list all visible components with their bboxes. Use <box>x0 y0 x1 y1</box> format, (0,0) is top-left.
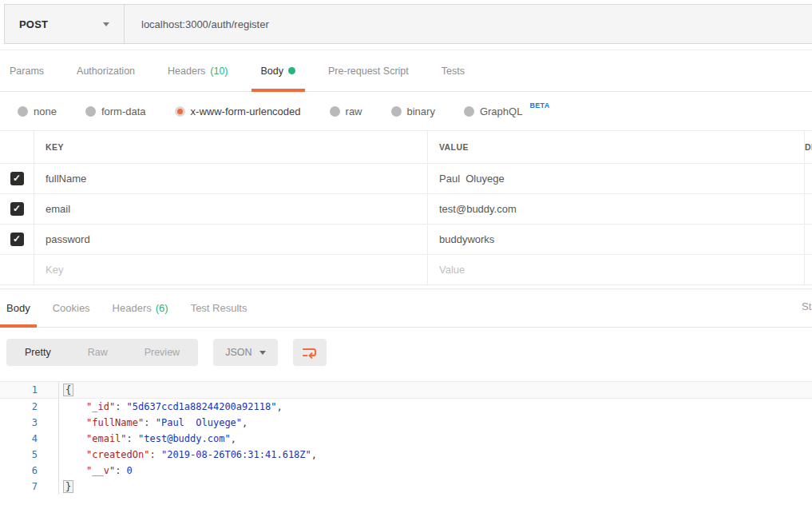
code-line: 4 "email": "test@buddy.com", <box>0 431 812 447</box>
description-column-header-clipped: DESCRIPTION <box>805 142 812 152</box>
row-checkbox[interactable] <box>10 172 24 185</box>
chevron-down-icon <box>259 351 266 355</box>
request-tabs: Params Authorization Headers (10) Body P… <box>0 50 812 92</box>
code-line: 3 "fullName": "Paul Oluyege", <box>0 415 812 431</box>
line-number: 6 <box>0 463 59 479</box>
code-line: 7 } <box>0 479 812 495</box>
beta-badge: BETA <box>529 101 549 109</box>
new-key-input[interactable]: Key <box>34 255 428 284</box>
url-input[interactable]: localhost:3000/auth/register <box>125 5 812 43</box>
tab-label: Body <box>6 302 30 314</box>
line-number: 2 <box>0 399 59 415</box>
tab-label: Params <box>10 66 44 77</box>
line-number: 4 <box>0 431 59 447</box>
empty-select-cell <box>0 255 34 284</box>
select-column-header <box>0 131 34 163</box>
radio-icon <box>18 106 28 117</box>
tab-label: Cookies <box>53 302 90 314</box>
response-status-clipped: Status <box>802 300 812 312</box>
table-header-row: KEY VALUE DESCRIPTION <box>0 131 812 164</box>
headers-count-badge: (10) <box>210 66 228 77</box>
postman-window: POST localhost:3000/auth/register Params… <box>0 0 812 509</box>
tab-label: Headers <box>113 302 152 314</box>
row-checkbox[interactable] <box>10 202 24 216</box>
value-column-header: VALUE <box>439 142 469 152</box>
urlencoded-params-table: KEY VALUE DESCRIPTION fullName Paul Oluy… <box>0 131 812 285</box>
body-mode-raw[interactable]: raw <box>330 105 362 117</box>
tab-label: Authorization <box>77 66 135 77</box>
radio-icon <box>464 106 474 117</box>
body-mode-binary[interactable]: binary <box>391 105 435 117</box>
method-label: POST <box>19 18 48 30</box>
method-dropdown[interactable]: POST <box>5 5 125 43</box>
body-mode-x-www-form-urlencoded[interactable]: x-www-form-urlencoded <box>175 105 301 117</box>
tab-label: Body <box>261 66 284 77</box>
key-cell[interactable]: password <box>34 225 428 254</box>
description-cell[interactable] <box>805 194 812 224</box>
response-headers-count-badge: (6) <box>156 302 168 314</box>
response-body-viewer: 1 { 2 "_id": "5d637ccd1a88244200a92118",… <box>0 377 812 495</box>
line-number: 5 <box>0 447 59 463</box>
table-row: password buddyworks <box>0 225 812 255</box>
value-cell[interactable]: test@buddy.com <box>428 194 805 224</box>
description-cell[interactable] <box>805 164 812 193</box>
row-checkbox[interactable] <box>10 233 24 246</box>
wrap-text-button[interactable] <box>293 339 327 366</box>
tab-label: Test Results <box>191 302 248 314</box>
code-line: 5 "createdOn": "2019-08-26T06:31:41.618Z… <box>0 447 812 463</box>
response-tabs: Body Cookies Headers (6) Test Results St… <box>0 288 812 328</box>
tab-label: Pre-request Script <box>328 66 409 77</box>
body-mode-none[interactable]: none <box>18 105 57 117</box>
radio-icon <box>85 106 96 117</box>
table-row: email test@buddy.com <box>0 194 812 225</box>
view-preview-button[interactable]: Preview <box>126 339 198 366</box>
tab-pre-request-script[interactable]: Pre-request Script <box>319 50 418 91</box>
table-new-row: Key Value <box>0 255 812 285</box>
radio-icon <box>330 106 340 117</box>
table-row: fullName Paul Oluyege <box>0 164 812 194</box>
tab-params[interactable]: Params <box>0 50 53 91</box>
radio-selected-icon <box>175 106 185 117</box>
body-type-selector: none form-data x-www-form-urlencoded raw… <box>0 92 812 131</box>
request-url-row: POST localhost:3000/auth/register <box>0 0 812 50</box>
chevron-down-icon <box>103 22 109 26</box>
line-number: 1 <box>0 382 59 398</box>
view-mode-switcher: Pretty Raw Preview <box>6 339 198 366</box>
response-tab-body[interactable]: Body <box>0 289 37 327</box>
code-line: 1 { <box>0 381 812 399</box>
language-dropdown[interactable]: JSON <box>213 339 278 366</box>
line-number: 3 <box>0 415 59 431</box>
response-tab-headers[interactable]: Headers (6) <box>106 289 175 327</box>
active-tab-underline <box>252 89 306 92</box>
response-tab-cookies[interactable]: Cookies <box>46 289 97 327</box>
description-cell <box>805 255 812 284</box>
body-mode-graphql[interactable]: GraphQL BETA <box>464 105 550 117</box>
body-has-content-dot-icon <box>288 67 295 74</box>
body-mode-form-data[interactable]: form-data <box>85 105 146 117</box>
response-tab-test-results[interactable]: Test Results <box>184 289 254 327</box>
description-cell[interactable] <box>805 225 812 254</box>
tab-headers[interactable]: Headers (10) <box>158 50 237 91</box>
tab-tests[interactable]: Tests <box>432 50 474 91</box>
new-value-input[interactable]: Value <box>428 255 805 284</box>
response-toolbar: Pretty Raw Preview JSON <box>0 328 812 377</box>
code-line: 6 "__v": 0 <box>0 463 812 479</box>
key-column-header: KEY <box>46 142 64 152</box>
language-label: JSON <box>225 347 252 358</box>
tab-label: Headers <box>168 66 205 77</box>
view-pretty-button[interactable]: Pretty <box>6 339 69 366</box>
line-number: 7 <box>0 479 59 495</box>
request-url-bar: POST localhost:3000/auth/register <box>4 4 812 44</box>
tab-authorization[interactable]: Authorization <box>67 50 145 91</box>
tab-body[interactable]: Body <box>252 50 306 91</box>
value-cell[interactable]: Paul Oluyege <box>428 164 805 193</box>
code-line: 2 "_id": "5d637ccd1a88244200a92118", <box>0 399 812 415</box>
key-cell[interactable]: email <box>34 194 428 224</box>
view-raw-button[interactable]: Raw <box>69 339 126 366</box>
key-cell[interactable]: fullName <box>34 164 428 193</box>
url-text: localhost:3000/auth/register <box>141 18 269 30</box>
value-cell[interactable]: buddyworks <box>428 225 805 254</box>
active-tab-underline <box>0 324 37 328</box>
wrap-text-icon <box>301 345 319 360</box>
radio-icon <box>391 106 402 117</box>
